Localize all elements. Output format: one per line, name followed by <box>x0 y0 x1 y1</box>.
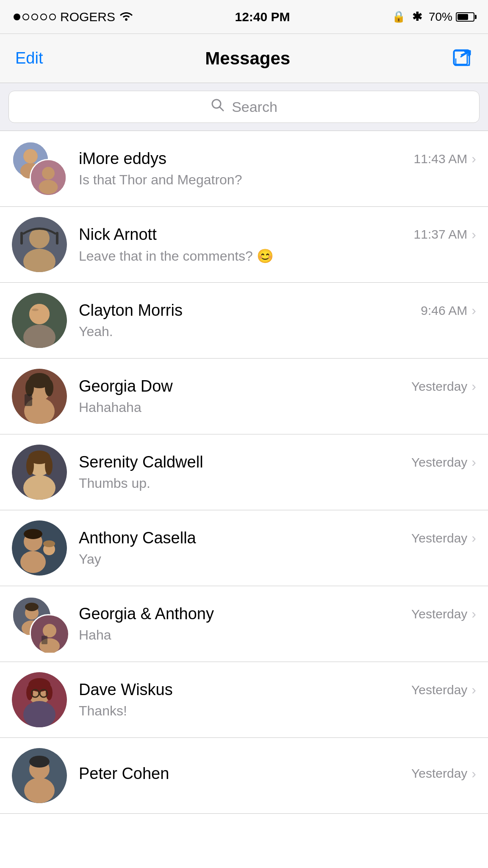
chevron-icon: › <box>471 766 476 782</box>
message-preview: Thanks! <box>79 703 367 719</box>
signal-dot-1 <box>14 14 20 20</box>
svg-point-21 <box>32 309 39 311</box>
message-preview: Leave that in the comments? 😊 <box>79 248 367 264</box>
status-right: 🔒 ✱ 70% <box>392 10 474 24</box>
message-preview: Yeah. <box>79 324 367 339</box>
contact-name: Georgia Dow <box>79 377 173 395</box>
list-item[interactable]: Clayton Morris 9:46 AM › Yeah. <box>0 283 488 359</box>
svg-rect-16 <box>56 232 58 245</box>
svg-line-4 <box>219 107 223 111</box>
message-content: Dave Wiskus Yesterday › Thanks! <box>79 681 476 719</box>
message-content: Nick Arnott 11:37 AM › Leave that in the… <box>79 225 476 264</box>
message-header: Georgia Dow Yesterday › <box>79 377 476 395</box>
chevron-icon: › <box>471 378 476 394</box>
search-bar[interactable]: Search <box>8 91 480 123</box>
compose-button[interactable] <box>452 48 473 69</box>
compose-icon <box>452 48 473 69</box>
message-header: Dave Wiskus Yesterday › <box>79 681 476 699</box>
avatar <box>12 293 67 348</box>
message-preview: Is that Thor and Megatron? <box>79 172 367 188</box>
status-time: 12:40 PM <box>235 10 290 24</box>
contact-name: Dave Wiskus <box>79 681 173 699</box>
svg-point-60 <box>24 778 55 803</box>
message-preview: Yay <box>79 551 367 567</box>
message-header: Georgia & Anthony Yesterday › <box>79 605 476 623</box>
edit-button[interactable]: Edit <box>15 49 43 67</box>
message-header: Anthony Casella Yesterday › <box>79 529 476 547</box>
chevron-icon: › <box>471 606 476 622</box>
message-header: Peter Cohen Yesterday › <box>79 765 476 783</box>
avatar <box>12 141 67 196</box>
contact-name: Anthony Casella <box>79 529 196 547</box>
contact-name: Clayton Morris <box>79 301 183 320</box>
list-item[interactable]: Peter Cohen Yesterday › <box>0 738 488 814</box>
status-bar: ROGERS 12:40 PM 🔒 ✱ 70% <box>0 0 488 34</box>
message-content: iMore eddys 11:43 AM › Is that Thor and … <box>79 150 476 188</box>
message-time: Yesterday › <box>411 530 476 546</box>
avatar <box>12 672 67 727</box>
contact-name: Serenity Caldwell <box>79 453 203 471</box>
message-time: Yesterday › <box>411 606 476 622</box>
svg-point-31 <box>23 475 55 500</box>
contact-name: Georgia & Anthony <box>79 605 214 623</box>
svg-point-13 <box>29 228 50 248</box>
chevron-icon: › <box>471 454 476 470</box>
signal-dots <box>14 14 56 20</box>
svg-rect-15 <box>20 232 23 245</box>
message-time: Yesterday › <box>411 766 476 782</box>
message-time: Yesterday › <box>411 682 476 698</box>
chevron-icon: › <box>471 303 476 318</box>
message-content: Georgia & Anthony Yesterday › Haha <box>79 605 476 643</box>
battery-fill <box>458 14 468 20</box>
list-item[interactable]: iMore eddys 11:43 AM › Is that Thor and … <box>0 131 488 207</box>
message-time: Yesterday › <box>411 378 476 394</box>
signal-dot-3 <box>31 14 38 20</box>
avatar <box>12 520 67 576</box>
signal-dot-5 <box>49 14 56 20</box>
list-item[interactable]: Dave Wiskus Yesterday › Thanks! <box>0 662 488 738</box>
battery-icon <box>456 12 474 22</box>
message-time: 11:43 AM › <box>414 151 476 167</box>
contact-name: Nick Arnott <box>79 225 157 244</box>
battery-percent: 70% <box>429 10 452 24</box>
svg-point-40 <box>43 540 55 547</box>
svg-point-37 <box>20 551 46 573</box>
svg-point-44 <box>25 603 39 611</box>
contact-name: Peter Cohen <box>79 765 169 783</box>
chevron-icon: › <box>471 151 476 167</box>
message-preview: Haha <box>79 627 367 643</box>
chevron-icon: › <box>471 227 476 242</box>
svg-point-10 <box>42 167 55 180</box>
message-preview: Thumbs up. <box>79 476 367 491</box>
wifi-icon <box>119 10 133 24</box>
avatar <box>12 748 67 803</box>
signal-dot-2 <box>22 14 29 20</box>
message-header: Clayton Morris 9:46 AM › <box>79 301 476 320</box>
list-item[interactable]: Georgia & Anthony Yesterday › Haha <box>0 586 488 662</box>
battery-container: 70% <box>429 10 474 24</box>
svg-point-51 <box>23 701 55 727</box>
svg-point-27 <box>45 379 53 396</box>
search-placeholder: Search <box>232 99 277 115</box>
svg-rect-48 <box>42 636 47 644</box>
message-time: Yesterday › <box>411 454 476 470</box>
message-header: Serenity Caldwell Yesterday › <box>79 453 476 471</box>
list-item[interactable]: Georgia Dow Yesterday › Hahahaha <box>0 359 488 434</box>
svg-rect-28 <box>25 394 32 406</box>
message-content: Peter Cohen Yesterday › <box>79 765 476 787</box>
chevron-icon: › <box>471 682 476 698</box>
message-time: 11:37 AM › <box>414 227 476 242</box>
avatar <box>12 596 67 651</box>
list-item[interactable]: Anthony Casella Yesterday › Yay <box>0 510 488 586</box>
contact-name: iMore eddys <box>79 150 166 168</box>
message-header: iMore eddys 11:43 AM › <box>79 150 476 168</box>
list-item[interactable]: Serenity Caldwell Yesterday › Thumbs up. <box>0 434 488 510</box>
message-content: Georgia Dow Yesterday › Hahahaha <box>79 377 476 415</box>
svg-point-46 <box>43 624 56 637</box>
svg-point-33 <box>26 456 34 475</box>
page-title: Messages <box>205 48 290 69</box>
avatar <box>12 445 67 500</box>
svg-point-34 <box>45 456 53 475</box>
group-avatar-2 <box>30 159 67 196</box>
list-item[interactable]: Nick Arnott 11:37 AM › Leave that in the… <box>0 207 488 283</box>
